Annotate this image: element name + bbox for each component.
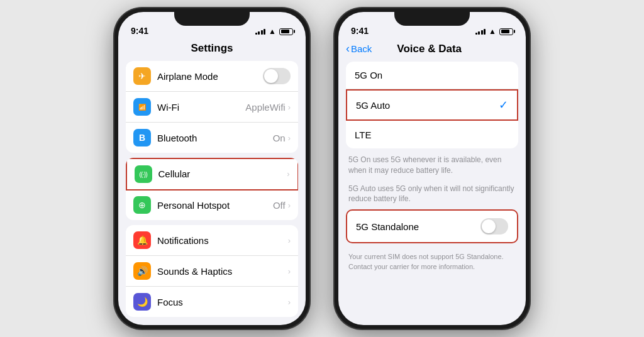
right-phone: 9:41 ▲ ‹ Back Voice & Data [335,8,530,329]
bar4 [264,29,265,35]
wifi-icon: 📶 [133,98,151,116]
back-label: Back [351,43,372,54]
bar4r [484,29,486,35]
notch [174,8,250,26]
airplane-label: Airplane Mode [157,71,263,82]
5g-on-item[interactable]: 5G On [346,62,518,89]
focus-icon: 🌙 [133,293,151,311]
settings-title: Settings [118,40,306,61]
bar2r [478,31,480,35]
bluetooth-item[interactable]: B Bluetooth On › [126,123,298,153]
bar3 [261,30,263,35]
hotspot-item[interactable]: ⊕ Personal Hotspot Off › [126,190,298,220]
time-right: 9:41 [351,26,369,36]
5g-on-desc: 5G On uses 5G whenever it is available, … [348,152,516,181]
wifi-item[interactable]: 📶 Wi-Fi AppleWifi › [126,92,298,123]
battery-icon [279,28,293,35]
wifi-value: AppleWifi [245,102,285,113]
5g-auto-label: 5G Auto [356,100,499,111]
5g-on-label: 5G On [355,70,509,80]
focus-chevron-icon: › [288,297,291,307]
time-left: 9:41 [131,26,148,36]
bar2 [258,31,260,35]
bluetooth-icon: B [133,129,151,146]
wifi-status-icon-right: ▲ [489,27,496,36]
checkmark-icon: ✓ [499,98,508,112]
bar1r [475,33,477,35]
left-screen: 9:41 ▲ Settings [118,12,306,325]
cellular-label: Cellular [158,168,287,179]
standalone-group: 5G Standalone [346,209,518,243]
sounds-icon: 🔊 [133,262,151,280]
standalone-desc-text: Your current SIM does not support 5G Sta… [348,250,516,272]
signal-icon [255,28,266,35]
airplane-toggle[interactable] [263,68,291,84]
battery-icon-right [499,28,513,35]
hotspot-value: Off [273,200,286,211]
bar3r [481,30,483,35]
standalone-label: 5G Standalone [356,221,480,232]
wifi-chevron-icon: › [288,102,291,112]
left-phone: 9:41 ▲ Settings [114,8,309,329]
cellular-icon: ((·)) [135,165,152,183]
vd-list: 5G On 5G Auto ✓ LTE 5G On uses 5G whenev… [338,62,526,325]
battery-fill [281,30,290,33]
toggle-knob [264,69,278,83]
wifi-status-icon: ▲ [269,27,276,36]
wifi-label: Wi-Fi [157,102,245,113]
settings-group-1: ✈ Airplane Mode 📶 Wi-Fi AppleWifi › B [126,61,298,153]
nav-bar: ‹ Back Voice & Data [338,40,526,62]
notifications-label: Notifications [157,235,288,246]
lte-item[interactable]: LTE [346,121,518,148]
sounds-label: Sounds & Haptics [157,266,288,277]
hotspot-icon: ⊕ [133,196,151,214]
settings-group-2: ((·)) Cellular › ⊕ Personal Hotspot Off … [126,158,298,220]
5g-auto-desc: 5G Auto uses 5G only when it will not si… [348,181,516,210]
back-chevron-icon: ‹ [346,42,350,55]
focus-label: Focus [157,297,288,307]
standalone-item[interactable]: 5G Standalone [347,211,517,242]
cellular-chevron-icon: › [287,169,289,179]
bluetooth-label: Bluetooth [157,133,273,143]
left-screen-content: Settings ✈ Airplane Mode 📶 Wi-Fi AppleW [118,40,306,325]
hotspot-chevron-icon: › [288,201,291,210]
status-icons-left: ▲ [255,27,293,36]
hotspot-label: Personal Hotspot [157,200,273,211]
notifications-chevron-icon: › [288,236,291,245]
back-button[interactable]: ‹ Back [346,42,372,55]
standalone-desc-container: Your current SIM does not support 5G Sta… [346,247,518,272]
notch-right [394,8,470,26]
focus-item[interactable]: 🌙 Focus › [126,287,298,317]
sounds-chevron-icon: › [288,267,291,276]
battery-fill-right [501,30,510,33]
sounds-item[interactable]: 🔊 Sounds & Haptics › [126,256,298,287]
right-screen: 9:41 ▲ ‹ Back Voice & Data [338,12,526,325]
5g-auto-item[interactable]: 5G Auto ✓ [346,89,518,121]
nav-title: Voice & Data [372,43,487,55]
vd-options-group: 5G On 5G Auto ✓ LTE [346,62,518,148]
airplane-mode-item[interactable]: ✈ Airplane Mode [126,61,298,92]
standalone-knob [482,219,496,233]
airplane-icon: ✈ [133,67,151,85]
bluetooth-chevron-icon: › [288,133,291,143]
bluetooth-value: On [273,133,286,143]
notifications-item[interactable]: 🔔 Notifications › [126,225,298,256]
settings-group-3: 🔔 Notifications › 🔊 Sounds & Haptics › 🌙… [126,225,298,317]
cellular-item[interactable]: ((·)) Cellular › [126,158,298,191]
bar1 [255,33,257,35]
signal-icon-right [475,28,486,35]
notifications-icon: 🔔 [133,231,151,249]
status-icons-right: ▲ [475,27,513,36]
descriptions: 5G On uses 5G whenever it is available, … [346,152,518,209]
settings-list: ✈ Airplane Mode 📶 Wi-Fi AppleWifi › B [118,61,306,325]
standalone-toggle[interactable] [480,218,508,235]
lte-label: LTE [355,130,509,140]
